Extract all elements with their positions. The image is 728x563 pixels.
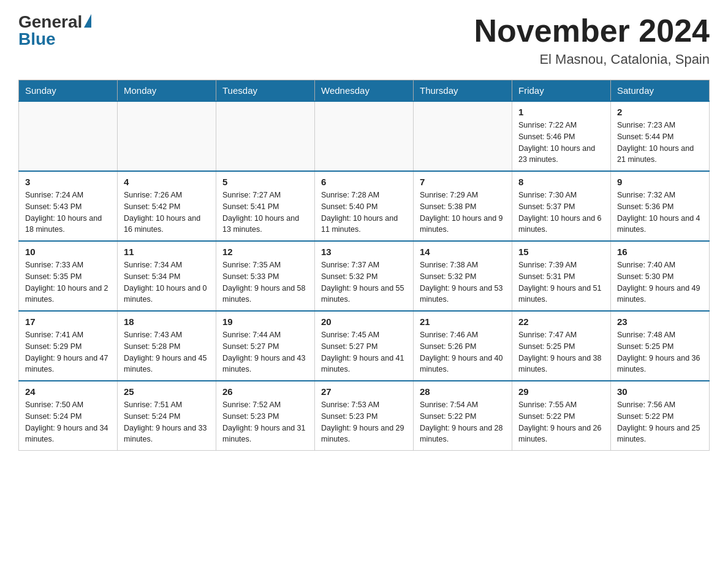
day-info: Sunrise: 7:43 AMSunset: 5:28 PMDaylight:…	[124, 329, 210, 375]
day-info: Sunrise: 7:41 AMSunset: 5:29 PMDaylight:…	[25, 329, 111, 375]
day-cell: 25Sunrise: 7:51 AMSunset: 5:24 PMDayligh…	[118, 381, 216, 451]
day-cell: 9Sunrise: 7:32 AMSunset: 5:36 PMDaylight…	[611, 171, 710, 241]
day-cell: 30Sunrise: 7:56 AMSunset: 5:22 PMDayligh…	[611, 381, 710, 451]
day-cell	[414, 101, 512, 171]
week-row-5: 24Sunrise: 7:50 AMSunset: 5:24 PMDayligh…	[19, 381, 710, 451]
day-number: 3	[25, 177, 111, 187]
day-info: Sunrise: 7:29 AMSunset: 5:38 PMDaylight:…	[420, 190, 506, 236]
day-cell: 19Sunrise: 7:44 AMSunset: 5:27 PMDayligh…	[216, 311, 315, 381]
day-info: Sunrise: 7:54 AMSunset: 5:22 PMDaylight:…	[420, 399, 506, 445]
day-info: Sunrise: 7:24 AMSunset: 5:43 PMDaylight:…	[25, 190, 111, 236]
day-number: 13	[321, 247, 407, 257]
day-number: 30	[617, 386, 703, 397]
day-info: Sunrise: 7:39 AMSunset: 5:31 PMDaylight:…	[518, 259, 604, 305]
day-cell	[19, 101, 118, 171]
day-info: Sunrise: 7:56 AMSunset: 5:22 PMDaylight:…	[617, 399, 703, 445]
day-cell: 26Sunrise: 7:52 AMSunset: 5:23 PMDayligh…	[216, 381, 315, 451]
day-info: Sunrise: 7:52 AMSunset: 5:23 PMDaylight:…	[222, 399, 308, 445]
week-row-3: 10Sunrise: 7:33 AMSunset: 5:35 PMDayligh…	[19, 241, 710, 311]
day-cell: 4Sunrise: 7:26 AMSunset: 5:42 PMDaylight…	[118, 171, 216, 241]
day-number: 23	[617, 316, 703, 327]
day-number: 21	[420, 316, 506, 327]
day-number: 22	[518, 316, 604, 327]
day-cell: 10Sunrise: 7:33 AMSunset: 5:35 PMDayligh…	[19, 241, 118, 311]
day-number: 10	[25, 247, 111, 257]
day-cell: 1Sunrise: 7:22 AMSunset: 5:46 PMDaylight…	[512, 101, 611, 171]
day-info: Sunrise: 7:23 AMSunset: 5:44 PMDaylight:…	[617, 120, 703, 166]
day-number: 18	[124, 316, 210, 327]
day-cell: 29Sunrise: 7:55 AMSunset: 5:22 PMDayligh…	[512, 381, 611, 451]
day-number: 11	[124, 247, 210, 257]
day-info: Sunrise: 7:27 AMSunset: 5:41 PMDaylight:…	[222, 190, 308, 236]
day-number: 8	[518, 177, 604, 187]
day-cell: 27Sunrise: 7:53 AMSunset: 5:23 PMDayligh…	[315, 381, 414, 451]
day-number: 2	[617, 107, 703, 117]
week-row-1: 1Sunrise: 7:22 AMSunset: 5:46 PMDaylight…	[19, 101, 710, 171]
day-number: 19	[222, 316, 308, 327]
day-cell: 22Sunrise: 7:47 AMSunset: 5:25 PMDayligh…	[512, 311, 611, 381]
header-cell-friday: Friday	[512, 80, 611, 102]
day-info: Sunrise: 7:55 AMSunset: 5:22 PMDaylight:…	[518, 399, 604, 445]
day-cell: 11Sunrise: 7:34 AMSunset: 5:34 PMDayligh…	[118, 241, 216, 311]
header-row: SundayMondayTuesdayWednesdayThursdayFrid…	[19, 80, 710, 102]
day-cell: 3Sunrise: 7:24 AMSunset: 5:43 PMDaylight…	[19, 171, 118, 241]
logo-triangle-icon	[84, 14, 91, 28]
day-info: Sunrise: 7:28 AMSunset: 5:40 PMDaylight:…	[321, 190, 407, 236]
day-cell: 17Sunrise: 7:41 AMSunset: 5:29 PMDayligh…	[19, 311, 118, 381]
day-number: 5	[222, 177, 308, 187]
day-cell: 20Sunrise: 7:45 AMSunset: 5:27 PMDayligh…	[315, 311, 414, 381]
day-number: 24	[25, 386, 111, 397]
day-cell: 24Sunrise: 7:50 AMSunset: 5:24 PMDayligh…	[19, 381, 118, 451]
header-cell-wednesday: Wednesday	[315, 80, 414, 102]
day-cell: 16Sunrise: 7:40 AMSunset: 5:30 PMDayligh…	[611, 241, 710, 311]
day-info: Sunrise: 7:34 AMSunset: 5:34 PMDaylight:…	[124, 259, 210, 305]
day-cell: 14Sunrise: 7:38 AMSunset: 5:32 PMDayligh…	[414, 241, 512, 311]
day-info: Sunrise: 7:22 AMSunset: 5:46 PMDaylight:…	[518, 120, 604, 166]
logo-blue-text: Blue	[18, 29, 56, 49]
day-cell: 2Sunrise: 7:23 AMSunset: 5:44 PMDaylight…	[611, 101, 710, 171]
day-number: 20	[321, 316, 407, 327]
day-info: Sunrise: 7:30 AMSunset: 5:37 PMDaylight:…	[518, 190, 604, 236]
day-number: 27	[321, 386, 407, 397]
day-number: 25	[124, 386, 210, 397]
day-cell	[216, 101, 315, 171]
header-cell-monday: Monday	[118, 80, 216, 102]
day-info: Sunrise: 7:47 AMSunset: 5:25 PMDaylight:…	[518, 329, 604, 375]
day-number: 12	[222, 247, 308, 257]
day-number: 6	[321, 177, 407, 187]
day-info: Sunrise: 7:40 AMSunset: 5:30 PMDaylight:…	[617, 259, 703, 305]
week-row-2: 3Sunrise: 7:24 AMSunset: 5:43 PMDaylight…	[19, 171, 710, 241]
day-cell: 8Sunrise: 7:30 AMSunset: 5:37 PMDaylight…	[512, 171, 611, 241]
day-info: Sunrise: 7:46 AMSunset: 5:26 PMDaylight:…	[420, 329, 506, 375]
day-number: 7	[420, 177, 506, 187]
day-number: 29	[518, 386, 604, 397]
day-cell: 28Sunrise: 7:54 AMSunset: 5:22 PMDayligh…	[414, 381, 512, 451]
day-number: 4	[124, 177, 210, 187]
day-cell	[118, 101, 216, 171]
day-number: 17	[25, 316, 111, 327]
day-info: Sunrise: 7:26 AMSunset: 5:42 PMDaylight:…	[124, 190, 210, 236]
week-row-4: 17Sunrise: 7:41 AMSunset: 5:29 PMDayligh…	[19, 311, 710, 381]
day-number: 15	[518, 247, 604, 257]
title-area: November 2024 El Masnou, Catalonia, Spai…	[474, 12, 710, 67]
day-number: 28	[420, 386, 506, 397]
day-cell: 15Sunrise: 7:39 AMSunset: 5:31 PMDayligh…	[512, 241, 611, 311]
header-cell-tuesday: Tuesday	[216, 80, 315, 102]
calendar-table: SundayMondayTuesdayWednesdayThursdayFrid…	[18, 80, 710, 451]
day-cell: 6Sunrise: 7:28 AMSunset: 5:40 PMDaylight…	[315, 171, 414, 241]
header: General Blue November 2024 El Masnou, Ca…	[18, 12, 710, 67]
month-title: November 2024	[474, 12, 710, 49]
day-cell: 13Sunrise: 7:37 AMSunset: 5:32 PMDayligh…	[315, 241, 414, 311]
day-info: Sunrise: 7:38 AMSunset: 5:32 PMDaylight:…	[420, 259, 506, 305]
header-cell-saturday: Saturday	[611, 80, 710, 102]
day-info: Sunrise: 7:45 AMSunset: 5:27 PMDaylight:…	[321, 329, 407, 375]
header-cell-sunday: Sunday	[19, 80, 118, 102]
day-cell: 18Sunrise: 7:43 AMSunset: 5:28 PMDayligh…	[118, 311, 216, 381]
logo: General Blue	[18, 12, 91, 49]
day-info: Sunrise: 7:33 AMSunset: 5:35 PMDaylight:…	[25, 259, 111, 305]
day-info: Sunrise: 7:44 AMSunset: 5:27 PMDaylight:…	[222, 329, 308, 375]
day-info: Sunrise: 7:50 AMSunset: 5:24 PMDaylight:…	[25, 399, 111, 445]
day-cell: 21Sunrise: 7:46 AMSunset: 5:26 PMDayligh…	[414, 311, 512, 381]
day-info: Sunrise: 7:51 AMSunset: 5:24 PMDaylight:…	[124, 399, 210, 445]
day-cell: 5Sunrise: 7:27 AMSunset: 5:41 PMDaylight…	[216, 171, 315, 241]
